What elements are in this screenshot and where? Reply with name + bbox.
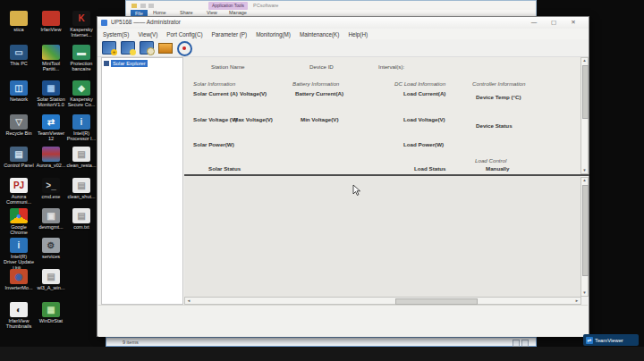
desktop-icon-irfanview-thumbnails[interactable]: ◐IrfanView Thumbnails <box>4 302 34 330</box>
desktop-icon-control-panel[interactable]: ▤Control Panel <box>4 147 34 168</box>
screen: sticaIrfanViewKKaspersky Internet...▭Thi… <box>0 0 644 361</box>
desktop-icon-windirstat[interactable]: ▦WinDirStat <box>36 302 66 323</box>
rar-icon <box>42 147 60 162</box>
battery-min-voltage-label: Min Voltage(V) <box>301 116 339 122</box>
app-window: UP5168 —— Administrator — ▢ ✕ System(S)V… <box>97 16 589 337</box>
desktop-icon-invertermo[interactable]: ◉InverterMo... <box>4 269 34 290</box>
desktop-icon-aurora-v02[interactable]: Aurora_v02... <box>36 147 66 168</box>
desktop-icon-network[interactable]: ◫Network <box>4 80 34 102</box>
ribbon-tab-view[interactable]: View <box>207 10 217 15</box>
desktop-icon-intel-r-processor-i[interactable]: iIntel(R) Processor I... <box>66 114 97 142</box>
desktop-icon-label: cmd.exe <box>36 194 66 199</box>
ribbon-tab-share[interactable]: Share <box>180 10 193 15</box>
solar-voltage-label: Solar Voltage (V) <box>193 116 237 122</box>
window-footer <box>98 305 588 337</box>
desktop-icon-clean-shut[interactable]: ▤clean_shut... <box>66 178 97 199</box>
desktop-icon-protection-bancaire[interactable]: ▬Protection bancaire <box>66 45 97 72</box>
minimize-button[interactable]: — <box>524 17 544 28</box>
minitool-icon <box>42 45 60 60</box>
menu-port-config[interactable]: Port Config(C) <box>166 31 202 38</box>
desktop-icon-label: clean_resta... <box>66 163 97 168</box>
battery-current-label: Battery Current(A) <box>295 90 343 97</box>
stats-scrollbar[interactable]: ▲ ▼ <box>580 177 589 297</box>
desktop-icon-services[interactable]: ⚙services <box>36 238 66 259</box>
desktop-icon-com-txt[interactable]: ▤com.txt <box>66 208 97 230</box>
thumbnails-view-toggle-icon[interactable] <box>521 340 529 347</box>
menu-system[interactable]: System(S) <box>103 31 129 38</box>
desktop-icon-label: Aurora Communi... <box>4 194 34 206</box>
desktop-icon-minitool-partiti[interactable]: MiniTool Partiti... <box>36 45 66 72</box>
ribbon-tab-manage[interactable]: Manage <box>229 10 247 15</box>
stats-hscrollbar[interactable]: ◄ ► <box>184 297 581 305</box>
desktop-icon-irfanview[interactable]: IrfanView <box>36 11 66 32</box>
app-icon <box>101 20 107 26</box>
desktop-icon-solar-station-monitorv1-0[interactable]: ▦Solar Station MonitorV1.0 <box>36 80 66 108</box>
quick-access-folder-icon[interactable] <box>131 4 137 8</box>
desktop-icon-teamviewer-12[interactable]: ⇄TeamViewer 12 <box>36 114 66 142</box>
desktop-icon-cmd-exe[interactable]: >_cmd.exe <box>36 178 66 199</box>
desktop-icon-label: stica <box>4 27 34 32</box>
explorer-window-title: PCsoftware <box>253 3 278 8</box>
close-button[interactable]: ✕ <box>564 17 583 28</box>
solar-current-label: Solar Current (A) <box>193 90 238 97</box>
quick-access-icon[interactable] <box>140 4 146 8</box>
desktop-icon-stica[interactable]: stica <box>4 11 34 32</box>
menu-help[interactable]: Help(H) <box>348 31 368 38</box>
desktop-icon-devmgmt[interactable]: ▣devmgmt... <box>36 208 66 230</box>
controller-information-title: Controller Information <box>472 80 526 87</box>
quick-access-icon[interactable] <box>148 4 154 8</box>
desktop-icon-recycle-bin[interactable]: ▽Recycle Bin <box>4 114 34 136</box>
station-config-icon[interactable] <box>121 41 135 55</box>
desktop-icon-this-pc[interactable]: ▭This PC <box>4 45 34 66</box>
network-icon: ◫ <box>10 80 28 96</box>
desktop-icon-intel-r-driver-update-utili[interactable]: iIntel(R) Driver Update Utili... <box>4 238 34 271</box>
desktop-icon-label: Solar Station MonitorV1.0 <box>36 97 66 108</box>
battery-icon[interactable] <box>158 41 173 55</box>
maximize-button[interactable]: ▢ <box>544 17 564 28</box>
add-station-icon[interactable]: + <box>102 41 116 55</box>
app-titlebar[interactable]: UP5168 —— Administrator — ▢ ✕ <box>97 17 589 29</box>
chrome-icon: ● <box>10 208 28 223</box>
teamviewer-logo-icon: ⇄ <box>586 337 593 344</box>
desktop-icon-label: clean_shut... <box>66 194 97 199</box>
desktop-icon-kaspersky-internet[interactable]: KKaspersky Internet... <box>66 11 97 38</box>
station-history-icon[interactable] <box>140 41 154 55</box>
app-title: UP5168 —— Administrator <box>111 19 181 25</box>
teamviewer-watermark-label: TeamViewer <box>595 338 623 343</box>
interval-label: Interval(s): <box>378 63 404 70</box>
desktop-icon-label: IrfanView Thumbnails <box>4 318 34 330</box>
ribbon-tab-home[interactable]: Home <box>153 10 166 15</box>
menu-monitoring[interactable]: Monitoring(M) <box>256 31 291 38</box>
shield-icon: ◆ <box>72 80 90 96</box>
desktop-icon-aurora-communi[interactable]: PJAurora Communi... <box>4 178 34 206</box>
desktop-icon-label: com.txt <box>66 224 97 230</box>
station-name-label: Station Name <box>211 63 245 70</box>
explorer-item-count: 9 items <box>123 340 139 345</box>
device-temp-label: Device Temp (°C) <box>476 94 521 100</box>
contextual-tab-application-tools[interactable]: Application Tools <box>208 2 248 10</box>
load-power-label: Load Power(W) <box>403 141 444 147</box>
desktop-icon-label: Protection bancaire <box>66 61 97 72</box>
menu-maintenance[interactable]: Maintenance(K) <box>300 31 339 38</box>
desktop-icon-google-chrome[interactable]: ●Google Chrome <box>4 208 34 236</box>
menu-parameter[interactable]: Parameter (P) <box>212 31 248 38</box>
mouse-cursor <box>352 184 361 197</box>
tree-item-solar-explorer[interactable]: Solar Explorer <box>104 60 148 67</box>
power-icon[interactable] <box>177 41 191 55</box>
desktop-icon-label: Control Panel <box>4 163 34 168</box>
menu-bar: System(S)View(V)Port Config(C)Parameter … <box>97 29 589 39</box>
tree-item-label: Solar Explorer <box>111 60 148 67</box>
menu-view[interactable]: View(V) <box>138 31 157 38</box>
cmd-icon: >_ <box>42 178 60 193</box>
details-view-toggle-icon[interactable] <box>513 340 520 347</box>
desktop-icon-kaspersky-secure-co[interactable]: ◆Kaspersky Secure Co... <box>66 80 97 108</box>
solar-information-title: Solar Information <box>193 80 235 87</box>
desktop-icon-clean-resta[interactable]: ▤clean_resta... <box>66 147 97 168</box>
station-tree-panel: Solar Explorer <box>101 57 183 305</box>
desktop-icon-wl3-a-win[interactable]: ▤wl3_A_win... <box>36 269 66 290</box>
form-scrollbar[interactable]: ▲ ▼ <box>580 57 589 174</box>
irfanview-icon <box>42 11 60 26</box>
teamviewer-icon: ⇄ <box>42 114 60 130</box>
desktop-icon-label: Kaspersky Secure Co... <box>66 97 97 108</box>
battery-information-title: Battery Information <box>292 80 339 87</box>
